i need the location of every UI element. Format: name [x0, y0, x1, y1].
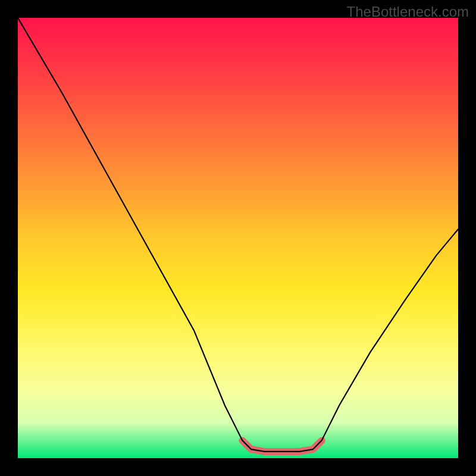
watermark-text: TheBottleneck.com — [347, 4, 469, 20]
curve-path — [18, 18, 458, 452]
chart-svg — [18, 18, 458, 458]
chart-plot-area — [18, 18, 458, 458]
